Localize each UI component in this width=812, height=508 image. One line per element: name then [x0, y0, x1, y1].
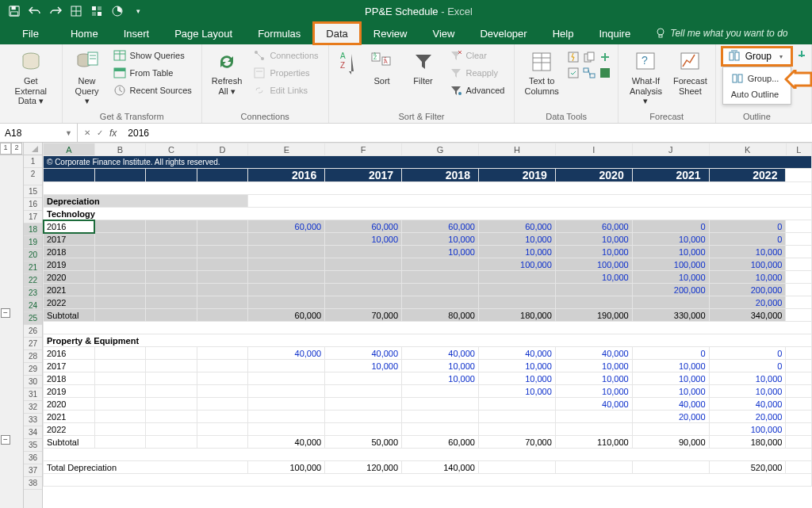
group-button[interactable]: Group ▾ — [722, 48, 791, 65]
tab-data[interactable]: Data — [313, 22, 360, 44]
column-headers[interactable]: ABCD EFGH IJKL — [44, 143, 812, 156]
tab-help[interactable]: Help — [540, 22, 587, 44]
get-external-data-button[interactable]: Get External Data ▾ — [6, 48, 56, 108]
forecast-sheet-button[interactable]: Forecast Sheet — [672, 48, 709, 97]
table-row: 2016 40,00040,00040,00040,00040,00000 — [44, 347, 812, 360]
row-headers[interactable]: 1 2 15 16 17 18 19 20 21 22 23 24 25 26 … — [24, 155, 43, 508]
outline-header: 1 2 ABCD EFGH IJKL — [0, 143, 812, 155]
svg-rect-7 — [98, 6, 102, 10]
window-title: PP&E Schedule - Excel — [152, 6, 685, 17]
from-table-button[interactable]: From Table — [110, 65, 195, 81]
clear-icon — [450, 49, 462, 62]
qat-customize-icon[interactable]: ▾ — [132, 5, 144, 17]
recent-icon — [113, 84, 126, 97]
from-table-icon — [113, 67, 126, 79]
remove-duplicates-icon[interactable] — [583, 51, 596, 63]
fill-color-icon[interactable] — [90, 5, 103, 17]
svg-rect-58 — [738, 74, 742, 82]
svg-text:Z: Z — [340, 61, 345, 70]
ribbon-tabs: File Home Insert Page Layout Formulas Da… — [0, 22, 812, 44]
tab-insert[interactable]: Insert — [111, 22, 163, 44]
ribbon-group-outline: Group ▾ Group... Auto Outline Outline — [716, 44, 812, 123]
callout-arrow-icon — [784, 70, 812, 89]
table-row: 2018 10,00010,00010,00010,00010,000 — [44, 246, 812, 258]
auto-outline-menu-item[interactable]: Auto Outline — [726, 87, 787, 101]
ribbon-group-get-transform: New Query ▾ Show Queries From Table Rece… — [63, 44, 202, 123]
ribbon: Get External Data ▾ New Query ▾ Show Que… — [0, 44, 812, 124]
tab-review[interactable]: Review — [361, 22, 420, 44]
svg-rect-1 — [12, 6, 16, 10]
forecast-icon — [677, 49, 703, 74]
select-all-cell[interactable] — [24, 143, 43, 155]
flash-fill-icon[interactable] — [567, 51, 580, 63]
save-icon[interactable] — [8, 5, 21, 17]
table-row: 2022 20,000 — [44, 296, 812, 309]
recent-sources-button[interactable]: Recent Sources — [110, 82, 195, 98]
cells-grid[interactable]: © Corporate Finance Institute. All right… — [43, 155, 812, 487]
links-icon — [253, 84, 266, 97]
connections-button[interactable]: Connections — [250, 48, 321, 63]
manage-data-model-icon[interactable] — [599, 67, 611, 79]
outline-collapse-icon[interactable]: − — [1, 308, 10, 318]
data-validation-icon[interactable] — [567, 67, 580, 79]
outline-gutter[interactable]: − − — [0, 155, 24, 508]
table-row — [44, 322, 812, 334]
svg-rect-54 — [681, 53, 699, 69]
fx-icon[interactable]: fx — [109, 128, 117, 139]
tab-home[interactable]: Home — [58, 22, 111, 44]
filter-button[interactable]: Filter — [405, 48, 442, 88]
chart-icon[interactable] — [111, 5, 124, 17]
group-menu-item[interactable]: Group... — [726, 70, 787, 87]
worksheet[interactable]: − − 1 2 15 16 17 18 19 20 21 22 23 24 25… — [0, 155, 812, 508]
text-to-columns-button[interactable]: Text to Columns — [521, 48, 561, 97]
outline-collapse-icon[interactable]: − — [1, 435, 10, 445]
sort-az-button[interactable]: AZ — [335, 48, 359, 84]
borders-icon[interactable] — [70, 5, 82, 17]
cancel-icon[interactable]: ✕ — [84, 128, 90, 137]
tab-formulas[interactable]: Formulas — [245, 22, 313, 44]
formula-input[interactable] — [123, 128, 247, 139]
svg-rect-47 — [569, 68, 578, 78]
svg-rect-60 — [799, 55, 805, 56]
tab-developer[interactable]: Developer — [467, 22, 539, 44]
consolidate-icon[interactable] — [599, 51, 611, 63]
relationships-icon[interactable] — [583, 67, 596, 79]
svg-point-11 — [657, 29, 664, 35]
svg-rect-56 — [735, 52, 739, 60]
tell-me-search[interactable]: Tell me what you want to do — [655, 22, 787, 44]
advanced-button[interactable]: Advanced — [446, 82, 508, 98]
text-to-columns-icon — [529, 49, 554, 74]
undo-icon[interactable] — [29, 5, 41, 17]
quick-access-toolbar: ▾ — [0, 5, 152, 17]
ribbon-group-forecast: ? What-If Analysis ▾ Forecast Sheet Fore… — [619, 44, 716, 123]
outline-level-1[interactable]: 1 — [0, 143, 11, 155]
filter-icon — [411, 49, 436, 74]
tab-view[interactable]: View — [419, 22, 467, 44]
refresh-all-button[interactable]: Refresh All ▾ — [209, 48, 246, 97]
show-queries-button[interactable]: Show Queries — [110, 48, 195, 63]
sort-icon: ZAAZ — [370, 49, 395, 74]
sort-az-icon: AZ — [339, 49, 356, 81]
ribbon-group-sort-filter: AZ ZAAZ Sort Filter Clear Reapply Advanc… — [329, 44, 515, 123]
tab-file[interactable]: File — [10, 22, 52, 44]
enter-icon[interactable]: ✓ — [97, 128, 103, 137]
table-row: Depreciation — [44, 195, 812, 208]
table-row: 2017 10,00010,00010,00010,00010,0000 — [44, 233, 812, 246]
title-bar: ▾ PP&E Schedule - Excel — [0, 0, 812, 22]
table-row: Technology — [44, 208, 812, 220]
ungroup-icon[interactable] — [795, 49, 808, 62]
table-row: 2022 100,000 — [44, 423, 812, 436]
table-row: 2021 20,00020,000 — [44, 411, 812, 423]
tab-page-layout[interactable]: Page Layout — [162, 22, 245, 44]
name-box[interactable]: A18▼ — [0, 124, 78, 142]
table-row: 2019 100,000100,000100,000100,000 — [44, 258, 812, 271]
svg-rect-57 — [733, 74, 737, 82]
new-query-button[interactable]: New Query ▾ — [69, 48, 105, 108]
sort-button[interactable]: ZAAZ Sort — [364, 48, 400, 88]
group-menu-icon — [731, 72, 744, 85]
redo-icon[interactable] — [49, 5, 62, 17]
tab-inquire[interactable]: Inquire — [586, 22, 643, 44]
what-if-button[interactable]: ? What-If Analysis ▾ — [625, 48, 667, 108]
svg-text:A: A — [340, 52, 346, 60]
outline-level-2[interactable]: 2 — [11, 143, 22, 155]
